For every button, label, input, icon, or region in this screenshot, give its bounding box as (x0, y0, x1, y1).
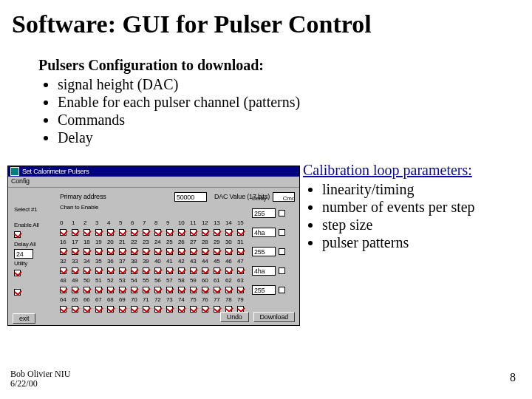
channel-checkbox[interactable] (95, 229, 102, 236)
channel-checkbox[interactable] (119, 248, 126, 255)
channel-checkbox[interactable] (225, 229, 232, 236)
channel-checkbox[interactable] (107, 287, 114, 293)
channel-checkbox[interactable] (202, 229, 208, 236)
channel-checkbox[interactable] (131, 287, 137, 293)
cmd-checkbox[interactable] (279, 210, 285, 216)
channel-checkbox[interactable] (214, 248, 220, 255)
channel-checkbox[interactable] (143, 287, 149, 293)
channel-checkbox[interactable] (107, 267, 114, 274)
channel-checkbox[interactable] (95, 287, 102, 293)
delay-input[interactable]: 255 (252, 285, 276, 295)
row-enable-checkbox[interactable] (14, 270, 21, 276)
channel-checkbox[interactable] (154, 267, 161, 274)
channel-checkbox[interactable] (237, 248, 244, 255)
channel-checkbox[interactable] (72, 248, 78, 255)
channel-checkbox[interactable] (225, 287, 232, 293)
channel-checkbox[interactable] (202, 248, 208, 255)
delay-all-input[interactable]: 24 (14, 249, 33, 259)
channel-checkbox[interactable] (237, 287, 244, 293)
channel-checkbox[interactable] (60, 306, 66, 313)
channel-checkbox[interactable] (214, 306, 220, 313)
delay-input[interactable]: 255 (252, 247, 276, 256)
channel-checkbox[interactable] (237, 229, 244, 236)
channel-checkbox[interactable] (72, 306, 78, 313)
delay-input[interactable]: 255 (252, 208, 276, 218)
channel-checkbox[interactable] (154, 287, 161, 293)
channel-checkbox[interactable] (131, 306, 137, 313)
channel-checkbox[interactable] (131, 267, 137, 274)
window-titlebar[interactable]: Set Calorimeter Pulsers (8, 166, 299, 177)
channel-checkbox[interactable] (166, 248, 173, 255)
channel-checkbox[interactable] (83, 267, 90, 274)
channel-checkbox[interactable] (214, 229, 220, 236)
channel-checkbox[interactable] (166, 306, 173, 313)
download-button[interactable]: Download (253, 312, 295, 322)
channel-checkbox[interactable] (107, 229, 114, 236)
channel-checkbox[interactable] (60, 248, 66, 255)
cmd-checkbox[interactable] (279, 248, 285, 255)
channel-checkbox[interactable] (95, 267, 102, 274)
channel-checkbox[interactable] (119, 287, 126, 293)
cmd-checkbox[interactable] (279, 267, 285, 274)
channel-checkbox[interactable] (225, 248, 232, 255)
channel-checkbox[interactable] (72, 229, 78, 236)
channel-checkbox[interactable] (60, 267, 66, 274)
channel-checkbox[interactable] (190, 306, 197, 313)
channel-checkbox[interactable] (95, 306, 102, 313)
row-enable-checkbox[interactable] (14, 231, 21, 238)
column-number: 11 (190, 219, 202, 226)
channel-checkbox[interactable] (119, 306, 126, 313)
channel-checkbox[interactable] (214, 267, 220, 274)
channel-checkbox[interactable] (107, 306, 114, 313)
channel-checkbox[interactable] (237, 267, 244, 274)
exit-button[interactable]: exit (13, 313, 35, 324)
channel-checkbox[interactable] (178, 287, 185, 293)
channel-checkbox[interactable] (143, 306, 149, 313)
channel-checkbox[interactable] (214, 287, 220, 293)
channel-checkbox[interactable] (190, 287, 197, 293)
channel-checkbox[interactable] (190, 248, 197, 255)
channel-checkbox[interactable] (154, 248, 161, 255)
cmd-checkbox[interactable] (279, 229, 285, 236)
channel-checkbox[interactable] (143, 248, 149, 255)
cmd-input[interactable]: 4ha (252, 266, 276, 276)
channel-checkbox[interactable] (190, 267, 197, 274)
channel-checkbox[interactable] (83, 306, 90, 313)
channel-checkbox[interactable] (178, 248, 185, 255)
cmd-input[interactable]: 4ha (252, 228, 276, 237)
channel-checkbox[interactable] (60, 229, 66, 236)
channel-checkbox[interactable] (83, 287, 90, 293)
channel-checkbox[interactable] (107, 248, 114, 255)
undo-button[interactable]: Undo (220, 312, 249, 322)
channel-checkbox[interactable] (178, 267, 185, 274)
channel-checkbox[interactable] (83, 248, 90, 255)
channel-checkbox[interactable] (166, 267, 173, 274)
channel-checkbox[interactable] (190, 229, 197, 236)
channel-checkbox[interactable] (119, 229, 126, 236)
channel-checkbox[interactable] (60, 287, 66, 293)
channel-checkbox[interactable] (72, 287, 78, 293)
channel-checkbox[interactable] (178, 306, 185, 313)
channel-checkbox[interactable] (154, 306, 161, 313)
channel-checkbox[interactable] (154, 229, 161, 236)
channel-checkbox[interactable] (202, 306, 208, 313)
channel-checkbox[interactable] (178, 229, 185, 236)
channel-checkbox[interactable] (119, 267, 126, 274)
channel-checkbox[interactable] (166, 287, 173, 293)
channel-checkbox[interactable] (202, 267, 208, 274)
channel-checkbox[interactable] (143, 267, 149, 274)
row-enable-checkbox[interactable] (14, 289, 21, 296)
channel-checkbox[interactable] (131, 248, 137, 255)
channel-checkbox[interactable] (72, 267, 78, 274)
menu-bar[interactable]: Config (8, 177, 299, 188)
menu-config[interactable]: Config (11, 177, 30, 185)
primary-address-input[interactable]: 50000 (174, 192, 207, 202)
channel-checkbox[interactable] (166, 229, 173, 236)
channel-checkbox[interactable] (95, 248, 102, 255)
channel-checkbox[interactable] (83, 229, 90, 236)
channel-checkbox[interactable] (143, 229, 149, 236)
channel-checkbox[interactable] (131, 229, 137, 236)
channel-checkbox[interactable] (225, 267, 232, 274)
channel-checkbox[interactable] (202, 287, 208, 293)
cmd-checkbox[interactable] (279, 287, 285, 293)
